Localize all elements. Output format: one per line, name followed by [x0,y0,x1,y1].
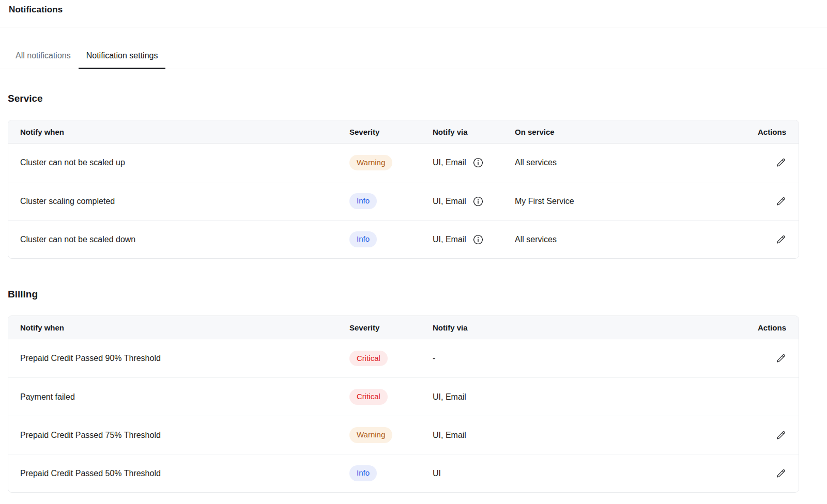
pencil-icon [776,234,786,245]
info-icon[interactable] [473,234,483,245]
severity-cell: Critical [349,351,433,367]
notify-via-value: UI, Email [433,431,466,440]
edit-notification-button[interactable] [775,156,787,169]
on-service-cell: All services [515,235,757,244]
edit-notification-button[interactable] [775,195,787,208]
actions-cell [757,195,799,208]
notify-when-cell: Cluster can not be scaled down [8,235,349,244]
column-header-actions: Actions [757,316,799,339]
notify-when-cell: Payment failed [8,392,349,402]
severity-cell: Info [349,193,433,209]
service-table: Notify whenSeverityNotify viaOn serviceA… [8,120,799,259]
column-header-severity: Severity [349,323,433,332]
edit-notification-button[interactable] [775,352,787,365]
table-row: Prepaid Credit Passed 75% ThresholdWarni… [8,416,799,454]
severity-badge-warning: Warning [349,427,392,443]
billing-table: Notify whenSeverityNotify viaActionsPrep… [8,316,799,493]
table-row: Cluster can not be scaled downInfoUI, Em… [8,220,799,258]
pencil-icon [776,353,786,364]
pencil-icon [776,468,786,479]
page-title: Notifications [9,5,827,15]
content: ServiceNotify whenSeverityNotify viaOn s… [0,93,827,493]
notify-via-cell: - [433,354,757,363]
severity-cell: Info [349,231,433,247]
severity-cell: Critical [349,389,433,405]
section-title-service: Service [8,93,799,104]
notify-via-value: UI, Email [433,235,466,244]
actions-cell [757,429,799,442]
actions-cell [757,233,799,246]
actions-cell [757,156,799,169]
table-row: Cluster can not be scaled upWarningUI, E… [8,144,799,182]
pencil-icon [776,430,786,440]
column-header-notify-when: Notify when [8,128,349,136]
severity-badge-info: Info [349,465,377,481]
table-row: Payment failedCriticalUI, Email [8,377,799,416]
notify-via-cell: UI, Email [433,234,515,245]
severity-badge-critical: Critical [349,389,388,405]
section-title-billing: Billing [8,289,799,300]
severity-badge-critical: Critical [349,351,388,367]
notify-via-cell: UI [433,469,757,478]
notify-via-cell: UI, Email [433,158,515,168]
actions-cell [757,467,799,480]
notify-via-value: - [433,354,435,363]
pencil-icon [776,158,786,168]
column-header-severity: Severity [349,128,433,136]
info-icon[interactable] [473,158,483,168]
column-header-notify-via: Notify via [433,128,515,136]
severity-cell: Info [349,465,433,481]
on-service-cell: My First Service [515,197,757,206]
on-service-cell: All services [515,158,757,167]
tabs-bar: All notifications Notification settings [0,51,827,69]
notify-when-cell: Prepaid Credit Passed 50% Threshold [8,469,349,478]
notify-via-cell: UI, Email [433,196,515,207]
notify-via-value: UI, Email [433,197,466,206]
section-service: ServiceNotify whenSeverityNotify viaOn s… [8,93,799,259]
notify-when-cell: Cluster scaling completed [8,197,349,206]
tab-notification-settings[interactable]: Notification settings [79,51,166,69]
edit-notification-button[interactable] [775,429,787,442]
severity-badge-info: Info [349,231,377,247]
notify-via-value: UI, Email [433,392,466,402]
actions-cell [757,352,799,365]
notify-via-cell: UI, Email [433,392,757,402]
edit-notification-button[interactable] [775,467,787,480]
severity-cell: Warning [349,427,433,443]
page-header: Notifications [0,0,827,27]
column-header-actions: Actions [757,120,799,144]
severity-badge-warning: Warning [349,155,392,171]
notify-via-value: UI, Email [433,158,466,167]
notify-when-cell: Prepaid Credit Passed 90% Threshold [8,354,349,363]
tab-all-notifications[interactable]: All notifications [8,51,79,69]
table-row: Prepaid Credit Passed 90% ThresholdCriti… [8,339,799,377]
table-row: Prepaid Credit Passed 50% ThresholdInfoU… [8,454,799,492]
column-header-on-service: On service [515,128,757,136]
notify-when-cell: Cluster can not be scaled up [8,158,349,167]
notify-via-cell: UI, Email [433,431,757,440]
section-billing: BillingNotify whenSeverityNotify viaActi… [8,289,799,493]
info-icon[interactable] [473,196,483,207]
column-header-notify-when: Notify when [8,323,349,332]
edit-notification-button[interactable] [775,233,787,246]
column-header-notify-via: Notify via [433,323,757,332]
notify-via-value: UI [433,469,441,478]
severity-badge-info: Info [349,193,377,209]
table-header-row: Notify whenSeverityNotify viaActions [8,316,799,339]
pencil-icon [776,196,786,207]
table-header-row: Notify whenSeverityNotify viaOn serviceA… [8,120,799,144]
table-row: Cluster scaling completedInfoUI, EmailMy… [8,182,799,220]
notify-when-cell: Prepaid Credit Passed 75% Threshold [8,431,349,440]
severity-cell: Warning [349,155,433,171]
